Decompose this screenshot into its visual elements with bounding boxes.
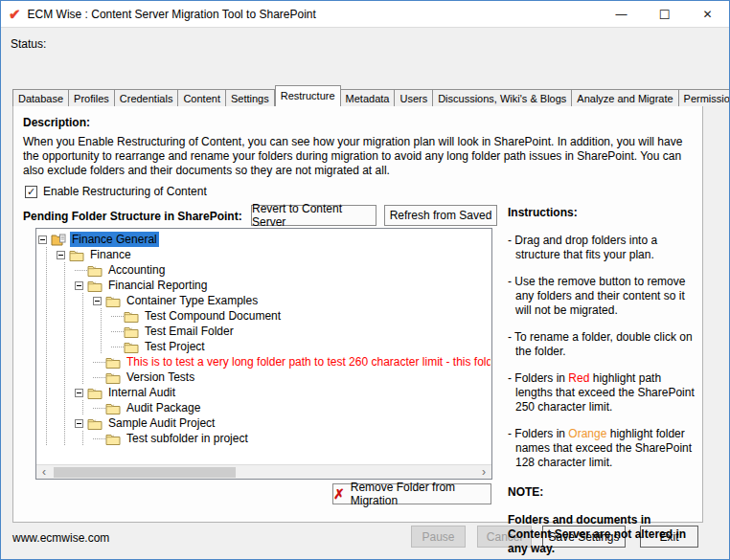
instruction-bullet: - Folders in Red highlight path lengths … [508,371,696,414]
tree-indent-guide [75,400,93,415]
tree-item-label[interactable]: Test Email Folder [143,324,236,339]
revert-to-content-server-button[interactable]: Revert to Content Server [251,205,376,226]
enable-restructuring-label: Enable Restructuring of Content [43,185,207,198]
instruction-bullet: - Drag and drop folders into a structure… [508,234,696,262]
scroll-right-icon[interactable]: › [476,465,491,480]
tab-restructure[interactable]: Restructure [275,85,341,106]
enable-restructuring-checkbox[interactable]: ✓ [25,186,37,198]
instructions-title: Instructions: [508,206,696,220]
tree-indent-guide [93,324,111,339]
refresh-from-saved-button[interactable]: Refresh from Saved [384,205,497,226]
tree-indent-guide [75,324,93,339]
tree-connector [93,400,105,415]
tab-permissions[interactable]: Permissions [679,89,730,106]
tab-discussions-wiki-s-blogs[interactable]: Discussions, Wiki's & Blogs [433,89,572,106]
description-text: When you Enable Restructuring of Content… [23,135,696,178]
folder-icon [124,310,139,323]
tree-item-test-email-folder[interactable]: Test Email Folder [38,324,490,339]
tree-item-label[interactable]: Sample Audit Project [106,415,217,431]
pause-button: Pause [411,526,466,548]
folder-icon [87,387,103,399]
tree-indent-guide [93,308,111,324]
tree-item-label[interactable]: Accounting [106,262,167,278]
tab-credentials[interactable]: Credentials [115,89,179,106]
folder-icon [105,356,121,369]
tree-item-label[interactable]: This is to test a very long folder path … [125,354,490,370]
tree-indent-guide [38,293,57,308]
tree-collapse-icon[interactable] [93,297,102,305]
tree-indent-guide [57,370,75,385]
folder-icon [87,264,103,277]
tree-indent-guide [38,247,57,262]
tree-item-label[interactable]: Internal Audit [106,385,177,400]
tree-item-test-project[interactable]: Test Project [38,339,490,354]
description-title: Description: [23,116,90,129]
tree-indent-guide [38,400,57,415]
tree-connector [111,308,124,324]
tree-item-label[interactable]: Finance [88,247,133,262]
folder-icon [87,417,103,430]
tab-database[interactable]: Database [12,89,69,106]
tree-item-label[interactable]: Test subfolder in project [125,431,250,446]
tab-settings[interactable]: Settings [226,89,275,106]
app-logo-icon: ✔ [9,6,21,23]
instruction-bullet: - To rename a folder, double click on th… [508,330,696,359]
tree-item-accounting[interactable]: Accounting [38,262,490,278]
folder-icon [124,325,139,338]
tree-indent-guide [75,370,93,385]
tree-item-container-type-examples[interactable]: Container Type Examples [38,293,490,308]
tree-indent-guide [75,293,93,308]
tree-connector [75,262,87,278]
tree-collapse-icon[interactable] [75,419,83,428]
horizontal-scrollbar[interactable]: ‹ › [36,464,491,479]
tab-content[interactable]: Content [178,89,226,106]
scroll-left-icon[interactable]: ‹ [36,465,52,480]
window-controls: — ☐ ✕ [600,1,729,28]
tree-collapse-icon[interactable] [38,235,47,244]
tab-metadata[interactable]: Metadata [341,89,396,106]
tree-indent-guide [38,324,57,339]
maximize-button[interactable]: ☐ [643,1,686,28]
tree-connector [111,324,124,339]
tree-indent-guide [57,400,75,415]
tab-users[interactable]: Users [395,89,433,106]
tree-indent-guide [57,278,75,293]
tab-analyze-and-migrate[interactable]: Analyze and Migrate [572,89,678,106]
tree-indent-guide [38,339,57,354]
tab-profiles[interactable]: Profiles [69,89,115,106]
status-label: Status: [11,37,46,51]
tree-item-label[interactable]: Financial Reporting [106,278,209,293]
tree-item-test-subfolder-in-project[interactable]: Test subfolder in project [38,431,490,446]
tree-item-sample-audit-project[interactable]: Sample Audit Project [38,415,490,431]
tree-item-finance-general[interactable]: Finance General [38,232,490,247]
tree-item-version-tests[interactable]: Version Tests [38,370,490,385]
tree-item-label[interactable]: Audit Package [125,400,202,415]
close-button[interactable]: ✕ [686,1,729,28]
tree-indent-guide [75,308,93,324]
note-title: NOTE: [508,485,696,500]
tree-indent-guide [57,293,75,308]
tree-item-label[interactable]: Version Tests [125,370,196,385]
tree-collapse-icon[interactable] [57,251,65,259]
tree-connector [93,431,105,446]
tree-item-internal-audit[interactable]: Internal Audit [38,385,490,400]
tree-item-test-compound-document[interactable]: Test Compound Document [38,308,490,324]
folder-icon [105,371,121,384]
tree-item-label[interactable]: Test Project [143,339,207,354]
tree-item-label[interactable]: Test Compound Document [143,308,283,324]
tree-indent-guide [57,354,75,370]
tree-item-audit-package[interactable]: Audit Package [38,400,490,415]
tree-item-finance[interactable]: Finance [38,247,490,262]
tree-item-this-is-to-test-a-very-long-folder-path-[interactable]: This is to test a very long folder path … [38,354,490,370]
tree-collapse-icon[interactable] [75,281,83,290]
minimize-button[interactable]: — [600,1,643,28]
tree-item-financial-reporting[interactable]: Financial Reporting [38,278,490,293]
tree-item-label[interactable]: Finance General [70,232,159,247]
scrollbar-thumb[interactable] [54,467,236,478]
folder-icon [105,295,121,307]
remove-folder-button[interactable]: ✗ Remove Folder from Migration [332,483,491,504]
restructure-tab-page: Description: When you Enable Restructuri… [12,103,703,523]
tree-indent-guide [57,262,75,278]
tree-collapse-icon[interactable] [75,389,83,397]
tree-item-label[interactable]: Container Type Examples [125,293,260,308]
